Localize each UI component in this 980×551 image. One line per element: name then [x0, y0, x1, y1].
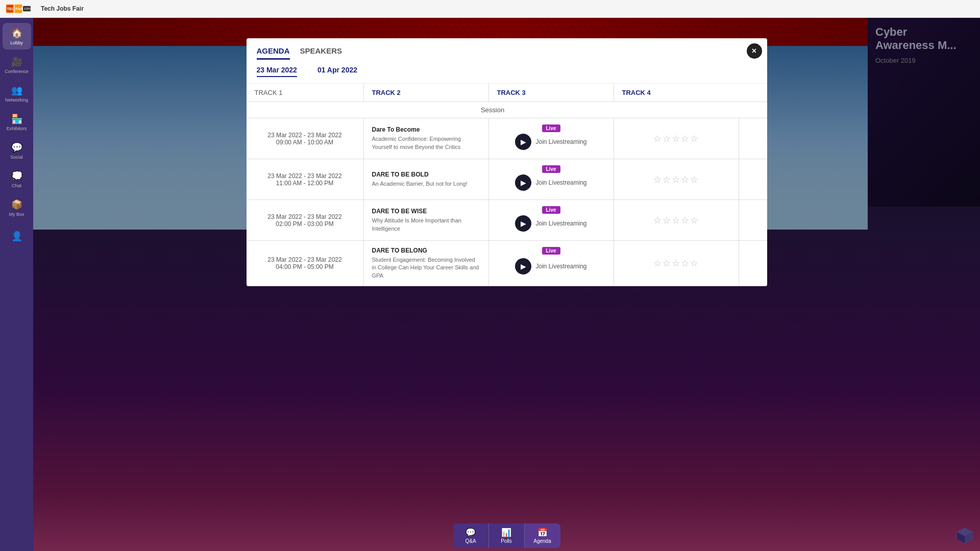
track4-header: TRACK 4: [614, 84, 739, 102]
join-livestream-2[interactable]: ▶ Join Livestreaming: [515, 174, 586, 191]
qa-label: Q&A: [465, 538, 476, 544]
modal-overlay: × AGENDA SPEAKERS 23 Mar 2022 01 Apr 202…: [33, 18, 980, 551]
session-title-1: Dare To Become: [372, 126, 480, 133]
logo-icon: TECH FAIR JOBS: [6, 3, 37, 14]
tab-agenda[interactable]: AGENDA: [257, 46, 290, 60]
livestream-label-1: Join Livestreaming: [535, 138, 586, 145]
join-livestream-1[interactable]: ▶ Join Livestreaming: [515, 134, 586, 150]
agenda-button[interactable]: 📅 Agenda: [525, 523, 560, 548]
sidebar-item-profile[interactable]: 👤: [3, 223, 31, 249]
polls-label: Polls: [501, 538, 512, 544]
session-info-2: DARE TO BE BOLD An Academic Barrier, But…: [364, 159, 489, 199]
track-header-row: TRACK 1 TRACK 2 TRACK 3 TRACK 4: [247, 84, 767, 102]
table-row: 23 Mar 2022 - 23 Mar 2022 11:00 AM - 12:…: [247, 159, 767, 200]
table-row: 23 Mar 2022 - 23 Mar 2022 09:00 AM - 10:…: [247, 118, 767, 159]
session-label: Session: [247, 102, 739, 118]
session-livestream-1: Live ▶ Join Livestreaming: [489, 118, 614, 159]
session-time-2: 23 Mar 2022 - 23 Mar 2022 11:00 AM - 12:…: [247, 159, 364, 199]
session-label-row: Session: [247, 102, 767, 118]
session-info-1: Dare To Become Academic Confidence: Empo…: [364, 118, 489, 159]
qa-button[interactable]: 💬 Q&A: [453, 523, 489, 548]
sidebar-item-conference[interactable]: 🎥 Conference: [3, 52, 31, 78]
stars-3[interactable]: ☆☆☆☆☆: [653, 215, 699, 226]
sidebar-item-networking[interactable]: 👥 Networking: [3, 80, 31, 107]
modal-header: AGENDA SPEAKERS: [247, 38, 767, 66]
agenda-label: Agenda: [533, 538, 551, 544]
livestream-label-3: Join Livestreaming: [535, 220, 586, 227]
networking-icon: 👥: [11, 85, 22, 96]
track3-header: TRACK 3: [489, 84, 614, 102]
sidebar: 🏠 Lobby 🎥 Conference 👥 Networking 🏪 Exhi…: [0, 18, 33, 551]
agenda-modal: × AGENDA SPEAKERS 23 Mar 2022 01 Apr 202…: [247, 38, 767, 286]
polls-icon: 📊: [501, 528, 511, 537]
session-livestream-4: Live ▶ Join Livestreaming: [489, 241, 614, 286]
session-desc-3: Why Attitude Is More Important than Inte…: [372, 217, 480, 233]
sidebar-item-exhibitors[interactable]: 🏪 Exhibitors: [3, 109, 31, 135]
polls-button[interactable]: 📊 Polls: [489, 523, 525, 548]
conference-icon: 🎥: [11, 56, 22, 67]
sessions-body: 23 Mar 2022 - 23 Mar 2022 09:00 AM - 10:…: [247, 118, 767, 286]
bottom-button-group: 💬 Q&A 📊 Polls 📅 Agenda: [453, 523, 560, 548]
session-title-3: DARE TO BE WISE: [372, 208, 480, 215]
live-badge-4: Live: [542, 247, 560, 255]
track1-header: TRACK 1: [247, 84, 364, 102]
sidebar-item-chat[interactable]: 💭 Chat: [3, 166, 31, 192]
play-icon-4: ▶: [515, 258, 531, 274]
stars-4[interactable]: ☆☆☆☆☆: [653, 258, 699, 269]
close-button[interactable]: ×: [747, 43, 762, 59]
play-icon-2: ▶: [515, 174, 531, 191]
tab-speakers[interactable]: SPEAKERS: [300, 46, 342, 60]
live-badge-1: Live: [542, 124, 560, 132]
agenda-icon: 📅: [537, 528, 548, 537]
session-rating-2: ☆☆☆☆☆: [614, 159, 739, 199]
session-rating-4: ☆☆☆☆☆: [614, 241, 739, 286]
date-mar23[interactable]: 23 Mar 2022: [257, 66, 297, 77]
exhibitors-icon: 🏪: [11, 113, 22, 124]
session-desc-1: Academic Confidence: Empowering Yourself…: [372, 135, 480, 151]
svg-text:JOBS: JOBS: [24, 7, 31, 10]
session-livestream-3: Live ▶ Join Livestreaming: [489, 200, 614, 240]
date-navigation: 23 Mar 2022 01 Apr 2022: [247, 66, 767, 84]
date-apr01[interactable]: 01 Apr 2022: [317, 66, 357, 77]
stars-1[interactable]: ☆☆☆☆☆: [653, 133, 699, 144]
session-title-2: DARE TO BE BOLD: [372, 171, 480, 178]
session-time-1: 23 Mar 2022 - 23 Mar 2022 09:00 AM - 10:…: [247, 118, 364, 159]
session-info-3: DARE TO BE WISE Why Attitude Is More Imp…: [364, 200, 489, 240]
modal-tabs: AGENDA SPEAKERS: [257, 46, 757, 60]
chat-icon: 💭: [11, 170, 22, 182]
session-title-4: DARE TO BELONG: [372, 247, 480, 254]
my-box-icon: 📦: [11, 199, 22, 210]
lobby-icon: 🏠: [11, 28, 22, 39]
session-rating-1: ☆☆☆☆☆: [614, 118, 739, 159]
sidebar-label-my-box: My Box: [9, 212, 24, 217]
bottom-bar: 💬 Q&A 📊 Polls 📅 Agenda: [33, 520, 980, 551]
table-row: 23 Mar 2022 - 23 Mar 2022 04:00 PM - 05:…: [247, 241, 767, 286]
sidebar-label-exhibitors: Exhibitors: [7, 126, 27, 131]
sidebar-item-lobby[interactable]: 🏠 Lobby: [3, 23, 31, 49]
session-time-3: 23 Mar 2022 - 23 Mar 2022 02:00 PM - 03:…: [247, 200, 364, 240]
play-icon-1: ▶: [515, 134, 531, 150]
live-badge-3: Live: [542, 206, 560, 214]
session-livestream-2: Live ▶ Join Livestreaming: [489, 159, 614, 199]
sidebar-label-chat: Chat: [12, 183, 21, 188]
join-livestream-4[interactable]: ▶ Join Livestreaming: [515, 258, 586, 274]
sidebar-item-social[interactable]: 💬 Social: [3, 137, 31, 164]
sidebar-item-my-box[interactable]: 📦 My Box: [3, 194, 31, 221]
qa-icon: 💬: [465, 528, 476, 537]
join-livestream-3[interactable]: ▶ Join Livestreaming: [515, 215, 586, 232]
live-badge-2: Live: [542, 165, 560, 173]
session-desc-2: An Academic Barrier, But not for Long!: [372, 180, 480, 188]
social-icon: 💬: [11, 142, 22, 153]
session-time-4: 23 Mar 2022 - 23 Mar 2022 04:00 PM - 05:…: [247, 241, 364, 286]
track2-header: TRACK 2: [364, 84, 489, 102]
play-icon-3: ▶: [515, 215, 531, 232]
logo-text: Tech Jobs Fair: [41, 5, 84, 12]
session-rating-3: ☆☆☆☆☆: [614, 200, 739, 240]
sidebar-label-conference: Conference: [5, 69, 29, 74]
session-info-4: DARE TO BELONG Student Engagement: Becom…: [364, 241, 489, 286]
close-icon: ×: [752, 46, 756, 56]
session-desc-4: Student Engagement: Becoming Involved in…: [372, 256, 480, 280]
profile-icon: 👤: [11, 231, 22, 242]
stars-2[interactable]: ☆☆☆☆☆: [653, 174, 699, 185]
sidebar-label-networking: Networking: [5, 97, 28, 103]
